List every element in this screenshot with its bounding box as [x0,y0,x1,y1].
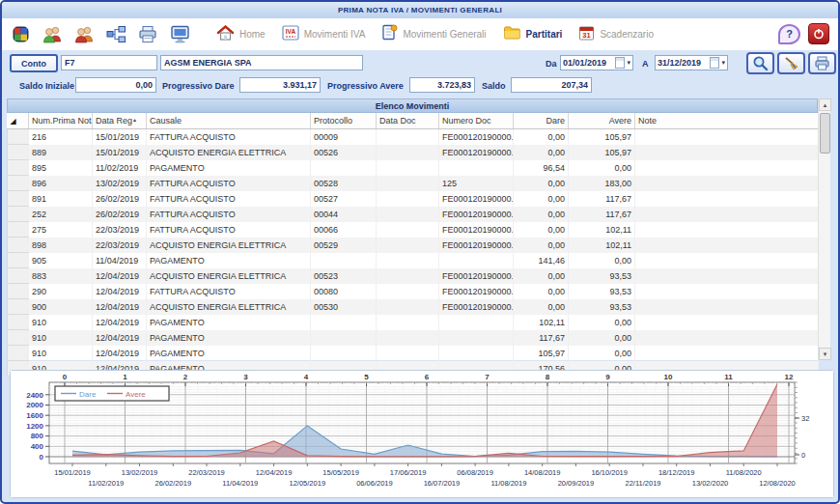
row-selector[interactable] [8,330,29,346]
color-cube-icon[interactable] [10,23,31,44]
scrollbar-thumb[interactable] [820,113,830,154]
nav-label: Partitari [526,29,563,40]
table-row[interactable]: 89126/02/2019FATTURA ACQUISTO00527FE0001… [8,191,819,207]
help-icon[interactable]: ? [778,24,800,44]
cell [377,207,439,222]
nav-item-scadenzario[interactable]: 31Scadenzario [578,25,654,44]
search-button[interactable] [746,52,774,74]
nav-item-movimenti-generali[interactable]: Movimenti Generali [381,24,486,44]
row-selector[interactable] [8,253,29,268]
row-selector[interactable] [8,268,29,284]
corner-select-header[interactable]: ◢ [8,113,29,129]
table-row[interactable]: 21615/01/2019FATTURA ACQUISTO00009FE0001… [8,129,819,145]
date-to-picker[interactable]: ▾ [655,55,728,70]
row-selector[interactable] [8,238,29,253]
row-selector[interactable] [8,299,29,315]
row-selector[interactable] [8,191,29,207]
row-selector[interactable] [8,207,29,222]
nav-item-partitari[interactable]: Partitari [503,25,563,43]
cell: 12/04/2019 [93,284,147,299]
clear-button[interactable] [777,52,805,74]
app-window: PRIMA NOTA IVA / MOVIMENTI GENERALI Home… [0,0,840,504]
nav-item-home[interactable]: Home [216,25,266,44]
conto-button[interactable]: Conto [10,54,58,72]
table-row[interactable]: 90012/04/2019ACQUISTO ENERGIA ELETTRICA0… [8,299,819,315]
chevron-down-icon[interactable]: ▾ [627,59,630,67]
monitor-icon[interactable] [169,23,190,44]
column-header-dare[interactable]: Dare [514,113,569,129]
scroll-down-icon[interactable]: ▼ [819,348,831,360]
progressivo-dare-input[interactable] [239,77,321,93]
cell [377,176,439,191]
svg-text:Avere: Avere [126,390,146,399]
main-nav: HomeIVAMovimenti IVAMovimenti GeneraliPa… [216,22,654,46]
conto-code-input[interactable] [61,55,157,70]
row-selector[interactable] [8,284,29,299]
print-button[interactable] [808,52,836,74]
hierarchy-icon[interactable] [105,23,126,44]
cell [377,299,439,315]
svg-text:31: 31 [583,31,591,40]
svg-text:06/06/2019: 06/06/2019 [356,479,393,488]
row-selector[interactable] [8,176,29,191]
scroll-up-icon[interactable]: ▲ [819,98,831,111]
cell: 896 [29,176,93,191]
cell: FATTURA ACQUISTO [147,129,311,145]
cell: 12/04/2019 [93,268,147,284]
table-row[interactable]: 89822/03/2019ACQUISTO ENERGIA ELETTRICA0… [8,238,819,253]
saldo-iniziale-input[interactable] [75,77,156,93]
printer-icon[interactable] [137,23,158,44]
cell: 125 [439,176,514,191]
svg-text:0: 0 [40,453,44,462]
table-row[interactable]: 90511/04/2019PAGAMENTO141,460,00 [8,253,819,268]
row-selector[interactable] [8,222,29,238]
cell [377,129,439,145]
row-selector[interactable] [8,129,29,145]
date-from-picker[interactable]: ▾ [560,55,633,70]
table-row[interactable]: 91012/04/2019PAGAMENTO105,970,00 [8,346,819,361]
date-from-input[interactable] [561,58,615,68]
users-green-icon[interactable] [42,23,63,44]
progressivo-avere-input[interactable] [409,77,475,93]
conto-name-input[interactable] [160,55,363,70]
chevron-down-icon[interactable]: ▾ [721,59,725,67]
users-red-icon[interactable] [73,23,95,44]
vertical-scrollbar[interactable]: ▲ ▼ [818,98,830,360]
sort-indicator: ▴ [133,117,136,123]
column-header-causale[interactable]: Causale [147,113,311,129]
table-row[interactable]: 91012/04/2019PAGAMENTO117,670,00 [8,330,819,346]
table-row[interactable]: 89613/02/2019FATTURA ACQUISTO005281250,0… [8,176,819,191]
column-header-avere[interactable]: Avere [569,113,635,129]
nav-item-movimenti-iva[interactable]: IVAMovimenti IVA [282,25,366,44]
column-header-note[interactable]: Note [635,113,819,129]
row-selector[interactable] [8,315,29,330]
printer-icon [814,55,830,71]
column-header-protocollo[interactable]: Protocollo [311,113,377,129]
column-header-num-prima-nota[interactable]: Num.Prima Nota [29,113,93,129]
cell: 0,00 [569,330,635,346]
table-row[interactable]: 91012/04/2019PAGAMENTO102,110,00 [8,315,819,330]
column-header-numero-doc[interactable]: Numero Doc [439,113,514,129]
table-row[interactable]: 88312/04/2019ACQUISTO ENERGIA ELETTRICA0… [8,268,819,284]
row-selector[interactable] [8,145,29,160]
cell: 12/04/2019 [93,346,147,361]
column-header-data-doc[interactable]: Data Doc [377,113,439,129]
cell: 910 [29,330,93,346]
date-to-input[interactable] [656,58,710,68]
table-row[interactable]: 29012/04/2019FATTURA ACQUISTO00080FE0001… [8,284,819,299]
row-selector[interactable] [8,346,29,361]
cell: 102,11 [569,222,635,238]
window-title: PRIMA NOTA IVA / MOVIMENTI GENERALI [338,6,502,14]
cell [377,222,439,238]
table-row[interactable]: 88915/01/2019ACQUISTO ENERGIA ELETTRICA0… [8,145,819,160]
table-row[interactable]: 27522/03/2019FATTURA ACQUISTO00066FE0001… [8,222,819,238]
table-row[interactable]: 25226/02/2019FATTURA ACQUISTO00044FE0001… [8,207,819,222]
cell: 0,00 [569,315,635,330]
row-selector[interactable] [8,160,29,176]
cell: 889 [29,145,93,160]
table-row[interactable]: 89511/02/2019PAGAMENTO96,540,00 [8,160,819,176]
saldo-input[interactable] [511,77,592,93]
column-header-data-reg[interactable]: Data Reg▴ [93,113,147,129]
cell: 00530 [311,299,377,315]
power-icon[interactable] [808,23,829,44]
